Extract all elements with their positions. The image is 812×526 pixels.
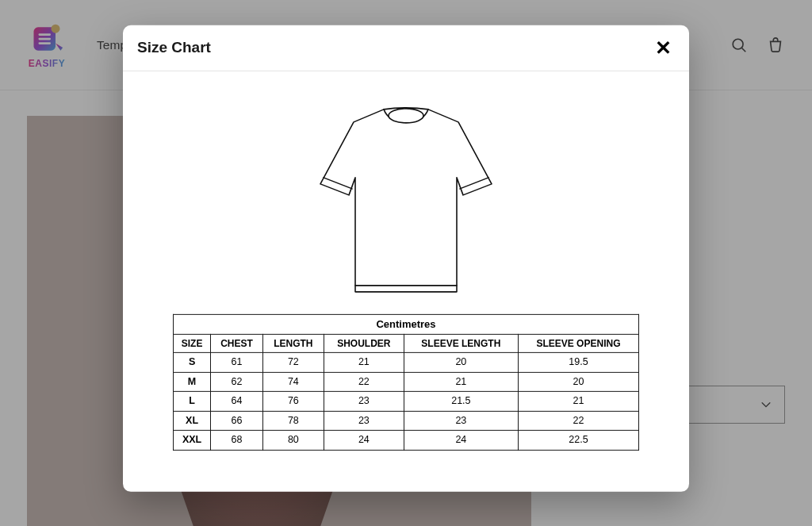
cell-length: 74	[262, 372, 324, 392]
cell-sleeve-length: 21.5	[404, 392, 518, 411]
cell-size: XL	[174, 411, 211, 431]
cell-sleeve-open: 22.5	[518, 431, 638, 451]
cell-sleeve-open: 21	[518, 392, 638, 411]
table-header-row: SIZE CHEST LENGTH SHOULDER SLEEVE LENGTH…	[174, 334, 639, 353]
col-sleeve-length: SLEEVE LENGTH	[404, 334, 518, 353]
tshirt-diagram	[303, 98, 509, 304]
cell-sleeve-length: 24	[404, 431, 518, 451]
col-sleeve-opening: SLEEVE OPENING	[518, 334, 638, 353]
cell-length: 80	[262, 431, 324, 451]
cell-chest: 62	[211, 372, 263, 392]
close-icon[interactable]: ✕	[652, 36, 675, 59]
cell-chest: 64	[211, 392, 263, 411]
svg-point-4	[389, 108, 423, 122]
cell-chest: 66	[211, 411, 263, 431]
table-row: M 62 74 22 21 20	[174, 372, 639, 392]
cell-length: 76	[262, 392, 324, 411]
cell-shoulder: 23	[324, 411, 404, 431]
col-shoulder: SHOULDER	[324, 334, 404, 353]
table-caption: Centimetres	[174, 314, 639, 334]
cell-sleeve-open: 19.5	[518, 353, 638, 373]
table-row: L 64 76 23 21.5 21	[174, 392, 639, 411]
modal-body: Centimetres SIZE CHEST LENGTH SHOULDER S…	[123, 71, 689, 491]
size-table-wrapper: Centimetres SIZE CHEST LENGTH SHOULDER S…	[173, 313, 639, 450]
cell-sleeve-length: 23	[404, 411, 518, 431]
table-row: XL 66 78 23 23 22	[174, 411, 639, 431]
cell-length: 72	[262, 353, 324, 373]
cell-sleeve-open: 22	[518, 411, 638, 431]
cell-chest: 68	[211, 431, 263, 451]
cell-shoulder: 23	[324, 392, 404, 411]
cell-size: S	[174, 353, 211, 373]
table-row: XXL 68 80 24 24 22.5	[174, 431, 639, 451]
cell-sleeve-length: 20	[404, 353, 518, 373]
cell-size: L	[174, 392, 211, 411]
cell-length: 78	[262, 411, 324, 431]
cell-shoulder: 21	[324, 353, 404, 373]
cell-shoulder: 22	[324, 372, 404, 392]
cell-sleeve-open: 20	[518, 372, 638, 392]
col-chest: CHEST	[211, 334, 263, 353]
table-row: S 61 72 21 20 19.5	[174, 353, 639, 373]
cell-size: XXL	[174, 431, 211, 451]
size-chart-modal: Size Chart ✕ Centimetres SIZE CHEST	[123, 25, 689, 491]
cell-size: M	[174, 372, 211, 392]
col-length: LENGTH	[262, 334, 324, 353]
col-size: SIZE	[174, 334, 211, 353]
cell-shoulder: 24	[324, 431, 404, 451]
cell-chest: 61	[211, 353, 263, 373]
table-caption-row: Centimetres	[174, 314, 639, 334]
modal-title: Size Chart	[137, 39, 211, 56]
modal-header: Size Chart ✕	[123, 25, 689, 71]
cell-sleeve-length: 21	[404, 372, 518, 392]
size-table: Centimetres SIZE CHEST LENGTH SHOULDER S…	[173, 313, 639, 450]
